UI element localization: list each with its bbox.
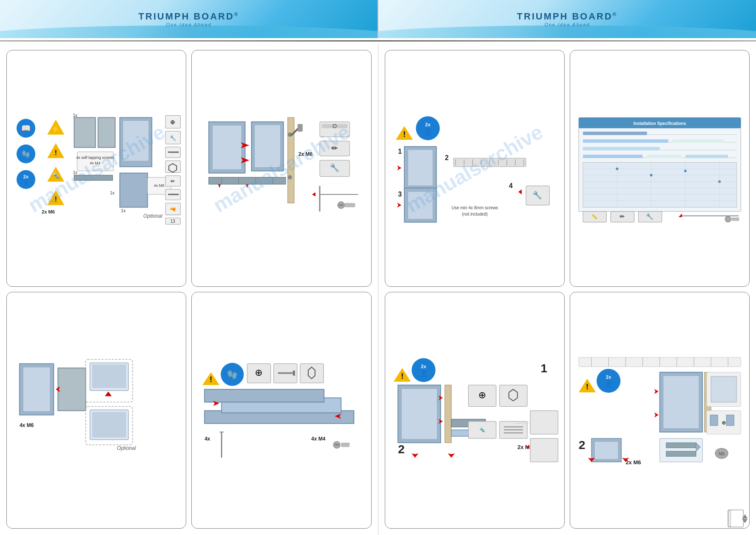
tool-nut xyxy=(166,161,180,172)
tool-hexkey-p4 xyxy=(300,364,323,383)
svg-text:2x: 2x xyxy=(421,364,426,369)
svg-point-78 xyxy=(616,167,618,170)
2xM6-p8: 2x M6 xyxy=(626,459,641,466)
brand-trademark-right: ® xyxy=(613,11,618,17)
svg-rect-67 xyxy=(685,155,728,158)
svg-text:2x: 2x xyxy=(23,174,29,179)
svg-rect-114 xyxy=(726,415,734,426)
4xM4-label-p4: 4x M4 xyxy=(311,436,326,442)
svg-point-80 xyxy=(684,170,687,172)
svg-rect-42 xyxy=(341,443,350,447)
cover-p3 xyxy=(58,368,86,411)
svg-text:✏: ✏ xyxy=(620,213,625,220)
svg-rect-113 xyxy=(710,415,717,426)
board-inner-step1 xyxy=(408,150,433,186)
svg-text:🔧: 🔧 xyxy=(330,163,339,172)
part-panel2 xyxy=(98,118,115,148)
brand-tagline-left: One Idea Ahead xyxy=(138,22,239,27)
svg-point-79 xyxy=(650,174,652,177)
panel5-svg: ! 2x 👤 1 2 xyxy=(389,55,560,282)
svg-text:🔩: 🔩 xyxy=(479,427,485,432)
svg-text:!: ! xyxy=(401,372,403,380)
separator xyxy=(0,40,756,42)
svg-text:!: ! xyxy=(210,375,212,384)
panel-8-final-2: ! 2x 👤 1 xyxy=(570,292,750,529)
part-main-board-inner xyxy=(123,121,149,161)
svg-marker-32 xyxy=(105,391,112,396)
svg-text:🔩: 🔩 xyxy=(52,172,60,179)
svg-text:🔫: 🔫 xyxy=(170,206,177,212)
svg-text:🧤: 🧤 xyxy=(227,369,238,380)
svg-text:🔧: 🔧 xyxy=(533,191,542,200)
main-board-inner-p3 xyxy=(23,367,50,412)
header-wave-left xyxy=(0,25,378,38)
step2-label-p5: 2 xyxy=(445,154,449,161)
brand-name-left: TRIUMPH BOARD® xyxy=(138,11,239,22)
panel4-svg: ! 🧤 ⊕ xyxy=(196,297,367,524)
wall-p7 xyxy=(445,385,451,443)
svg-text:4x M6: 4x M6 xyxy=(154,183,164,188)
brand-text-right: TRIUMPH BOARD® One Idea Ahead xyxy=(517,11,618,27)
optional-label-panel1: Optional xyxy=(143,213,163,219)
step2-big-p8: 2 xyxy=(579,438,585,452)
step1-label-p5: 1 xyxy=(398,147,402,155)
big-step1-p7: 1 xyxy=(541,361,547,375)
board-inner-second xyxy=(254,125,280,168)
main-board-inner-p7 xyxy=(401,388,437,439)
brand-name-text-right: TRIUMPH BOARD xyxy=(517,11,613,22)
arrow-p6 xyxy=(679,213,682,217)
4xM6-p3: 4x M6 xyxy=(19,422,34,428)
panel-2-installation: manualsarchive xyxy=(191,50,371,287)
panel6-svg: Installation Specifications xyxy=(574,55,745,282)
bottom-rail xyxy=(209,177,285,184)
svg-text:✏: ✏ xyxy=(331,144,338,152)
svg-rect-66 xyxy=(647,155,681,158)
zoom-detail2-p7 xyxy=(530,438,558,462)
svg-rect-60 xyxy=(583,139,668,143)
panel3-svg: 4x M6 Optional xyxy=(11,297,182,524)
svg-point-81 xyxy=(718,180,720,183)
panel-1-parts: manualsarchive 📖 🧤 2x 👤 xyxy=(6,50,186,287)
arrow-p8-2 xyxy=(654,413,658,418)
part-rail xyxy=(74,175,113,180)
svg-point-86 xyxy=(725,216,731,222)
svg-text:2x: 2x xyxy=(606,374,611,380)
header-right: TRIUMPH BOARD® One Idea Ahead xyxy=(378,0,756,38)
panel1-svg: 📖 🧤 2x 👤 ⚡ ! xyxy=(11,55,182,282)
board-inner-main-p8 xyxy=(663,376,699,429)
board-inner xyxy=(212,125,242,170)
svg-text:👤: 👤 xyxy=(423,128,432,136)
optional-label-p3: Optional xyxy=(117,445,136,451)
board-small-inner xyxy=(594,441,618,459)
4x-label-p4: 4x xyxy=(204,436,210,442)
svg-rect-31 xyxy=(345,203,355,207)
svg-text:!: ! xyxy=(55,195,57,203)
svg-text:!: ! xyxy=(55,149,57,156)
svg-text:⊕: ⊕ xyxy=(722,420,726,426)
red-arrow-detail xyxy=(312,192,315,197)
header-left: TRIUMPH BOARD® One Idea Ahead xyxy=(0,0,378,38)
svg-rect-58 xyxy=(583,132,647,135)
page-wrapper: TRIUMPH BOARD® One Idea Ahead TRIUMPH BO… xyxy=(0,0,756,535)
svg-rect-87 xyxy=(731,217,739,221)
page-left: manualsarchive 📖 🧤 2x 👤 xyxy=(0,44,378,535)
panels-grid-left: manualsarchive 📖 🧤 2x 👤 xyxy=(0,44,378,535)
panel7-svg: ! 2x 👤 1 xyxy=(389,297,560,524)
svg-text:🔧: 🔧 xyxy=(646,213,654,220)
svg-rect-120 xyxy=(731,510,743,527)
part-cover xyxy=(120,173,148,208)
board-top-p4 xyxy=(204,389,324,402)
arrow-step3-p5 xyxy=(397,202,401,208)
svg-text:🧤: 🧤 xyxy=(22,150,30,158)
arrow-step4-p5 xyxy=(518,189,521,194)
screwdriver-tool xyxy=(298,124,303,132)
brand-name-text-left: TRIUMPH BOARD xyxy=(138,11,234,22)
svg-rect-110 xyxy=(711,377,736,402)
svg-text:M6: M6 xyxy=(719,452,725,456)
tool-hex-p7 xyxy=(499,385,527,406)
qty-1x-label: 1x xyxy=(73,113,77,118)
next-page-container xyxy=(727,509,748,530)
panel8-svg: ! 2x 👤 1 xyxy=(574,297,745,524)
big-step2-p7: 2 xyxy=(398,442,405,456)
brand-name-right: TRIUMPH BOARD® xyxy=(517,11,618,22)
